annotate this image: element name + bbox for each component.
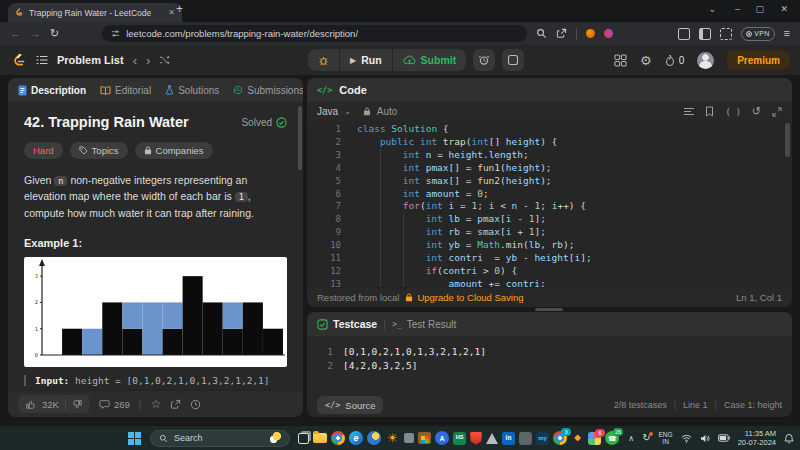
source-button[interactable]: </> Source	[317, 396, 383, 414]
problem-content[interactable]: 42. Trapping Rain Water Solved Hard Topi…	[8, 102, 303, 391]
favorite-star-icon[interactable]: ☆	[150, 397, 161, 411]
reset-code-icon[interactable]: ↺	[752, 105, 761, 118]
tray-overflow-icon[interactable]: ∧	[628, 434, 634, 443]
linkedin-icon[interactable]: in	[502, 432, 515, 445]
teams-icon[interactable]	[404, 433, 414, 443]
testcase-lines[interactable]: 1[0,1,0,2,1,0,1,3,2,1,2,1]2[4,2,0,3,2,5]	[307, 336, 792, 373]
debug-button[interactable]	[308, 49, 339, 71]
ms-store-icon[interactable]	[418, 432, 431, 444]
tab-group-icon[interactable]	[678, 28, 690, 40]
layout-grid-icon[interactable]	[614, 54, 627, 67]
prev-problem-icon[interactable]: ‹	[133, 54, 137, 67]
clock[interactable]: 11:35 AM20-07-2024	[738, 429, 776, 447]
downloads-icon[interactable]	[720, 28, 732, 40]
forward-icon[interactable]: →	[30, 28, 41, 39]
language-caret-icon[interactable]: ⌄	[344, 107, 351, 116]
sun-app-icon[interactable]: ☀	[385, 431, 400, 446]
whatsapp-icon[interactable]: ☎26	[605, 431, 619, 445]
weather-widget-icon[interactable]	[269, 432, 281, 444]
topics-button[interactable]: Topics	[70, 142, 128, 159]
tab-submissions[interactable]: Submissions	[233, 85, 303, 96]
extension-1-icon[interactable]	[586, 29, 595, 38]
problem-list-label[interactable]: Problem List	[57, 54, 124, 66]
wifi-icon[interactable]	[681, 434, 692, 443]
new-tab-button[interactable]: +	[176, 2, 183, 16]
thumbs-down-icon[interactable]	[72, 399, 83, 410]
next-problem-icon[interactable]: ›	[146, 54, 150, 67]
code-line[interactable]: 1class Solution {	[307, 123, 792, 136]
tab-close-icon[interactable]: ✕	[168, 8, 175, 17]
file-explorer-icon[interactable]	[313, 433, 327, 443]
browser-menu-icon[interactable]: ≡	[784, 28, 790, 39]
avatar[interactable]	[697, 52, 714, 69]
app-a-icon[interactable]: A	[435, 431, 449, 445]
reload-icon[interactable]: ↻	[50, 28, 59, 39]
brave-icon[interactable]	[470, 432, 482, 445]
bookmark-icon[interactable]	[705, 106, 714, 117]
browser-tab[interactable]: Trapping Rain Water - LeetCode ✕	[8, 3, 182, 22]
difficulty-badge[interactable]: Hard	[24, 142, 63, 159]
thumbs-up-icon[interactable]	[25, 399, 36, 410]
window-minimize-icon[interactable]: –	[735, 4, 740, 14]
brackets-icon[interactable]: ( )	[725, 107, 740, 117]
editor-scrollbar[interactable]	[785, 123, 790, 157]
gray-app-icon[interactable]	[519, 432, 532, 445]
submit-button[interactable]: Submit	[393, 49, 467, 71]
window-maximize-icon[interactable]: ▢	[755, 4, 764, 14]
tab-solutions[interactable]: Solutions	[165, 85, 219, 96]
chrome-icon[interactable]	[331, 431, 345, 445]
search-icon[interactable]	[536, 28, 547, 39]
timer-button[interactable]	[473, 49, 495, 71]
code-line[interactable]: 2 public int trap(int[] height) {	[307, 136, 792, 149]
kite-app-icon[interactable]: ◆	[571, 432, 584, 445]
expand-icon[interactable]	[772, 107, 782, 117]
edge-icon[interactable]: e	[349, 431, 363, 445]
format-icon[interactable]	[684, 108, 694, 115]
taskbar-search[interactable]: Search	[150, 430, 290, 447]
upgrade-link[interactable]: Upgrade to Cloud Saving	[405, 292, 523, 303]
comments-button[interactable]: 269	[99, 399, 130, 410]
language-indicator[interactable]: ENGIN	[659, 431, 673, 446]
tab-testcase[interactable]: Testcase	[317, 318, 377, 330]
cursor-position[interactable]: Ln 1, Col 1	[736, 292, 782, 303]
run-button[interactable]: ▶ Run	[340, 49, 392, 71]
side-panel-icon[interactable]	[699, 28, 711, 40]
address-bar[interactable]: leetcode.com/problems/trapping-rain-wate…	[102, 25, 527, 42]
back-icon[interactable]: ←	[10, 28, 21, 39]
daily-streak[interactable]: 0	[665, 54, 685, 67]
language-selector[interactable]: Java	[317, 106, 338, 117]
share-icon[interactable]	[556, 28, 567, 39]
notifications-bell-icon[interactable]	[784, 433, 794, 444]
companies-button[interactable]: Companies	[135, 142, 213, 159]
triangle-app-icon[interactable]	[486, 433, 498, 444]
window-close-icon[interactable]: ✕	[780, 4, 788, 14]
volume-icon[interactable]	[700, 434, 710, 443]
chrome-profile-icon[interactable]: 3	[553, 431, 567, 445]
app-hs-icon[interactable]: HS	[453, 432, 466, 445]
auto-label[interactable]: Auto	[377, 106, 398, 117]
leetcode-logo[interactable]	[12, 53, 27, 68]
start-button[interactable]	[128, 432, 141, 445]
weather-app-icon[interactable]	[367, 431, 381, 445]
extension-2-icon[interactable]	[604, 29, 613, 38]
notes-button[interactable]	[502, 49, 524, 71]
testcase-line[interactable]: 1[0,1,0,2,1,0,1,3,2,1,2,1]	[321, 345, 792, 359]
feedback-icon[interactable]	[190, 399, 201, 410]
vpn-badge[interactable]: VPN	[741, 27, 774, 41]
premium-button[interactable]: Premium	[727, 50, 790, 70]
code-editor[interactable]: 1class Solution {2 public int trap(int[]…	[307, 121, 792, 288]
tab-search-caret-icon[interactable]: ⌄	[708, 4, 716, 14]
shuffle-icon[interactable]	[159, 55, 170, 65]
testcase-line[interactable]: 2[4,2,0,3,2,5]	[321, 359, 792, 373]
share-problem-icon[interactable]	[170, 399, 181, 410]
tab-editorial[interactable]: Editorial	[100, 85, 151, 96]
panel-resize-handle[interactable]	[535, 308, 563, 311]
tab-test-result[interactable]: >_ Test Result	[392, 319, 456, 330]
battery-icon[interactable]	[718, 434, 730, 442]
my-app-icon[interactable]: my	[536, 432, 549, 445]
task-view-icon[interactable]	[298, 433, 309, 444]
settings-gear-icon[interactable]: ⚙	[640, 53, 652, 68]
photos-icon[interactable]: 6	[588, 432, 601, 445]
tab-description[interactable]: Description	[18, 85, 86, 96]
sync-status-icon[interactable]: ↻	[642, 433, 650, 443]
